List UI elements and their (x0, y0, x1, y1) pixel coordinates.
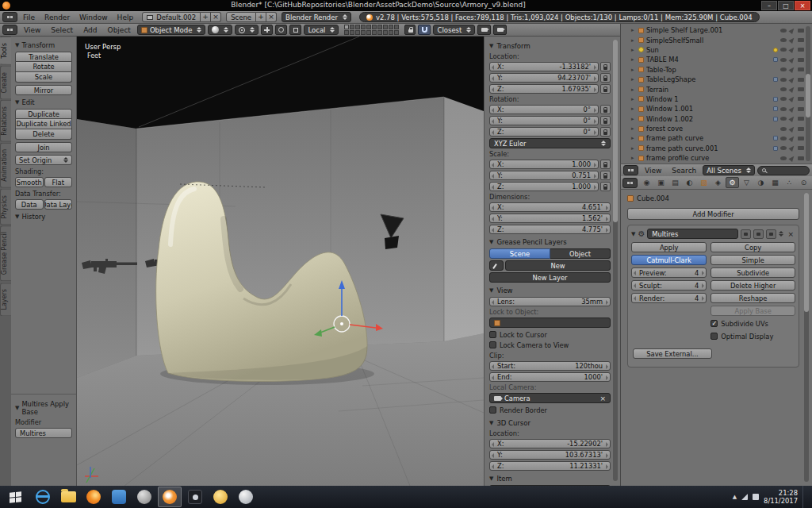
transform-orientation-dropdown[interactable]: Local (304, 25, 339, 35)
outliner-row[interactable]: ▸Table-Top (621, 65, 812, 75)
select-icon[interactable] (788, 56, 795, 64)
eye-icon[interactable] (780, 137, 787, 140)
subdivide-button[interactable]: Subdivide (710, 267, 795, 278)
menu-file[interactable]: File (19, 11, 39, 24)
lock-rotation-z-button[interactable] (600, 127, 611, 137)
add-scene-button[interactable]: + (256, 12, 266, 22)
location-z-field[interactable]: Z:1.67935' (489, 84, 599, 94)
outliner-row[interactable]: ▸Terrain (621, 84, 812, 94)
render-icon[interactable] (798, 48, 804, 52)
tab-world[interactable]: ◐ (683, 177, 696, 188)
select-icon[interactable] (788, 115, 795, 122)
eye-icon[interactable] (780, 127, 787, 131)
eye-icon[interactable] (780, 97, 787, 101)
network-icon[interactable] (741, 494, 748, 500)
select-icon[interactable] (788, 125, 795, 132)
modifier-name-field[interactable]: Multires (15, 428, 72, 438)
eye-icon[interactable] (780, 29, 787, 33)
render-icon[interactable] (798, 87, 804, 91)
lock-location-x-button[interactable] (600, 62, 611, 71)
panel-header-item[interactable]: ▼ Item (489, 475, 611, 483)
snap-toggle[interactable] (418, 25, 431, 35)
modifier-name-field[interactable]: Multires (647, 229, 738, 239)
taskbar-app-browser[interactable] (31, 487, 55, 507)
render-icon[interactable] (798, 146, 804, 150)
render-icon[interactable] (798, 137, 804, 140)
tab-physics[interactable]: Physics (0, 189, 11, 225)
duplicate-linked-button[interactable]: Duplicate Linked (15, 119, 72, 129)
n-panel-scrollbar[interactable] (613, 40, 618, 481)
taskbar-app-gray[interactable] (132, 487, 156, 507)
render-icon[interactable] (798, 117, 804, 121)
render-icon[interactable] (798, 107, 804, 111)
taskbar-clock[interactable]: 21:28 8/11/2017 (764, 489, 798, 505)
render-icon[interactable] (798, 67, 804, 71)
tab-create[interactable]: Create (0, 66, 11, 100)
modifier-move-buttons[interactable] (779, 231, 783, 237)
start-button[interactable] (0, 486, 30, 508)
lock-scale-x-button[interactable] (600, 160, 611, 169)
outliner-display-dropdown[interactable]: All Scenes (703, 165, 755, 175)
menu-help[interactable]: Help (113, 11, 138, 24)
editor-type-icon[interactable] (623, 165, 638, 175)
taskbar-app-explorer[interactable] (56, 487, 80, 507)
volume-icon[interactable] (753, 494, 759, 500)
lock-scale-y-button[interactable] (600, 171, 611, 180)
eye-icon[interactable] (780, 156, 787, 160)
delete-button[interactable]: Delete (15, 129, 72, 140)
lock-to-scene-toggle[interactable] (404, 25, 416, 35)
outliner-row[interactable]: ▸TableLegShape (621, 75, 812, 84)
modifier-editmode-toggle[interactable] (766, 229, 776, 239)
tab-material[interactable]: ◑ (754, 177, 768, 188)
save-external-button[interactable]: Save External... (633, 348, 712, 359)
tab-physics[interactable]: ⊙ (797, 177, 810, 188)
outliner-row[interactable]: ▸frame profile curve (621, 153, 812, 163)
tab-relations[interactable]: Relations (0, 100, 11, 142)
eye-icon[interactable] (780, 48, 787, 52)
cursor-x-field[interactable]: X:-15.22902' (489, 439, 611, 448)
tab-render-layers[interactable]: ▣ (654, 177, 668, 188)
render-icon[interactable] (798, 58, 804, 62)
outliner-row[interactable]: ▸Simple Shelf Large.001 (621, 25, 812, 35)
catmull-clark-button[interactable]: Catmull-Clark (631, 255, 707, 265)
select-icon[interactable] (788, 135, 795, 142)
panel-header-edit[interactable]: ▼ Edit (15, 98, 72, 106)
layers-widget[interactable] (344, 25, 399, 35)
delete-layout-button[interactable]: × (211, 12, 221, 22)
taskbar-app-dark[interactable] (183, 487, 207, 507)
panel-header-view[interactable]: ▼ View (489, 287, 611, 294)
select-icon[interactable] (788, 155, 795, 162)
shade-smooth-button[interactable]: Smooth (15, 177, 44, 187)
taskbar-app-gold[interactable] (209, 487, 232, 507)
clip-start-field[interactable]: Start:120thou (489, 361, 611, 371)
tab-object-data[interactable]: ▽ (740, 177, 753, 188)
menu-select[interactable]: Select (47, 24, 77, 37)
scale-z-field[interactable]: Z:1.000 (489, 182, 599, 191)
render-field[interactable]: Render:4 (631, 293, 707, 303)
optimal-display-checkbox[interactable]: Optimal Display (710, 331, 795, 341)
scale-y-field[interactable]: Y:0.751 (489, 171, 599, 180)
lock-location-z-button[interactable] (600, 84, 611, 94)
outliner-menu-search[interactable]: Search (668, 164, 700, 177)
menu-view[interactable]: View (20, 24, 44, 37)
delete-scene-button[interactable]: × (266, 12, 277, 22)
render-icon[interactable] (798, 29, 804, 33)
preview-field[interactable]: Preview:4 (631, 267, 707, 278)
mode-dropdown[interactable]: Object Mode (137, 25, 206, 35)
properties-scrollbar[interactable] (804, 193, 809, 482)
taskbar-app-blender[interactable] (158, 487, 182, 507)
editor-type-icon[interactable] (2, 12, 17, 22)
minimize-button[interactable]: – (761, 1, 777, 10)
outliner-row[interactable]: ▸Window 1.002 (621, 114, 812, 124)
simple-button[interactable]: Simple (710, 255, 795, 265)
manipulator-translate-toggle[interactable] (261, 25, 273, 35)
select-icon[interactable] (788, 144, 795, 152)
scene-selector[interactable]: Scene (226, 12, 256, 22)
tab-grease-pencil[interactable]: Grease Pencil (0, 225, 11, 281)
menu-render[interactable]: Render (40, 11, 74, 24)
menu-add[interactable]: Add (79, 24, 101, 37)
opengl-render-button[interactable] (477, 25, 491, 35)
tab-object[interactable]: ▧ (697, 177, 710, 188)
render-icon[interactable] (798, 97, 804, 101)
lock-scale-z-button[interactable] (600, 182, 611, 191)
